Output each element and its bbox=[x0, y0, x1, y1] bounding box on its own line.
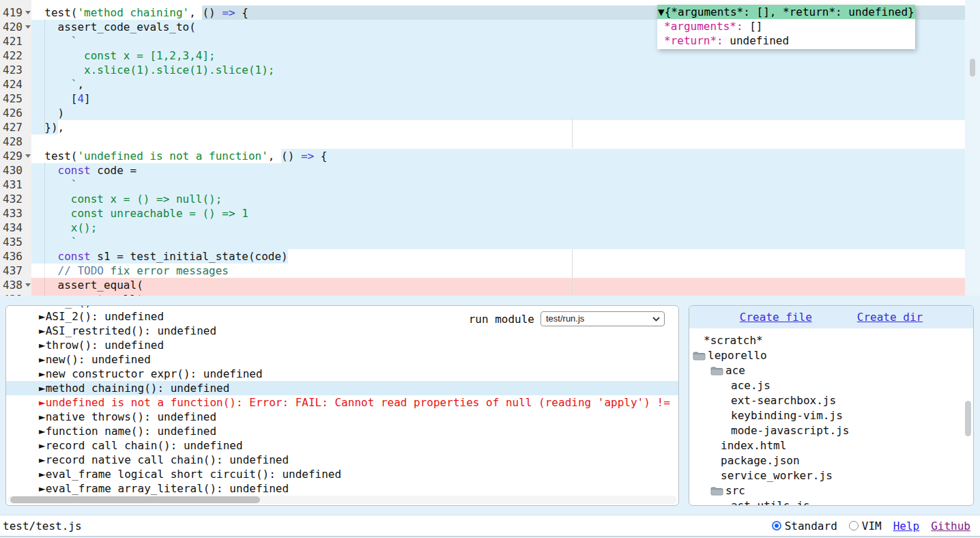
code-line-text[interactable]: assert_equal( bbox=[31, 278, 980, 292]
file-tree-file[interactable]: ast_utils.js bbox=[689, 498, 973, 506]
expand-arrow-icon[interactable]: ► bbox=[39, 410, 46, 423]
keybinding-standard-option[interactable]: Standard bbox=[772, 520, 837, 533]
create-file-link[interactable]: Create file bbox=[740, 311, 812, 324]
file-tree-folder[interactable]: leporello bbox=[689, 348, 973, 363]
file-tree-file[interactable]: index.html bbox=[689, 438, 973, 453]
tooltip-header[interactable]: ▼{*arguments*: [], *return*: undefined} bbox=[657, 5, 915, 19]
code-line[interactable]: 425 [4] bbox=[0, 91, 980, 106]
fold-arrow-icon[interactable] bbox=[25, 283, 31, 287]
code-segment: const code = bbox=[31, 163, 980, 178]
code-line[interactable]: 429 test('undefined is not a function', … bbox=[0, 149, 980, 163]
keybinding-vim-option[interactable]: VIM bbox=[849, 520, 882, 533]
tooltip-entry[interactable]: *arguments*: [] bbox=[657, 19, 915, 33]
code-line-text[interactable] bbox=[31, 134, 980, 149]
filetree-scrollbar-thumb[interactable] bbox=[965, 401, 971, 436]
code-line-text[interactable]: `, bbox=[31, 77, 980, 91]
calltree-row[interactable]: ►new(): undefined bbox=[6, 352, 678, 367]
code-line-text[interactable]: const calltree = ... bbox=[31, 292, 980, 296]
code-line-text[interactable]: const unreachable = () => 1 bbox=[31, 206, 980, 221]
code-line[interactable]: 432 const x = () => null(); bbox=[0, 192, 980, 206]
file-tree-file[interactable]: package.json bbox=[689, 453, 973, 468]
calltree-row[interactable]: ►native throws(): undefined bbox=[6, 410, 678, 424]
line-number: 421 bbox=[0, 34, 31, 48]
expand-arrow-icon[interactable]: ► bbox=[39, 305, 46, 309]
expand-arrow-icon[interactable]: ► bbox=[39, 367, 46, 380]
file-tree-file[interactable]: keybinding-vim.js bbox=[689, 408, 973, 423]
file-tree-file[interactable]: *scratch* bbox=[689, 333, 973, 348]
expand-arrow-icon[interactable]: ► bbox=[39, 396, 46, 409]
file-tree-file[interactable]: ext-searchbox.js bbox=[689, 393, 973, 408]
code-line-text[interactable]: const s1 = test_initial_state(code) bbox=[31, 249, 980, 264]
fold-arrow-icon[interactable] bbox=[25, 11, 31, 14]
code-line-text[interactable]: }), bbox=[31, 120, 980, 134]
code-line[interactable]: 435 ` bbox=[0, 235, 980, 249]
file-tree-folder[interactable]: ace bbox=[689, 363, 973, 378]
calltree-row[interactable]: ►eval_frame logical short circuit(): und… bbox=[6, 467, 678, 481]
calltree-row[interactable]: ►record native call chain(): undefined bbox=[6, 453, 678, 467]
code-line[interactable]: 424 `, bbox=[0, 77, 980, 91]
radio-unselected-icon[interactable] bbox=[849, 521, 859, 530]
code-line[interactable]: 428 bbox=[0, 134, 980, 149]
run-module-select[interactable]: test/run.js bbox=[541, 311, 665, 326]
file-tree-folder[interactable]: src bbox=[689, 483, 973, 498]
editor-scrollbar-track[interactable] bbox=[965, 0, 980, 296]
calltree-row[interactable]: ►record call chain(): undefined bbox=[6, 438, 678, 453]
code-line[interactable]: 438 assert_equal( bbox=[0, 278, 980, 292]
code-line-text[interactable]: ) bbox=[31, 106, 980, 120]
expand-arrow-icon[interactable]: ► bbox=[39, 425, 46, 438]
expand-arrow-icon[interactable]: ► bbox=[39, 310, 46, 323]
code-line-text[interactable]: // TODO fix error messages bbox=[31, 264, 980, 278]
code-line[interactable]: 422 const x = [1,2,3,4]; bbox=[0, 48, 980, 63]
expand-arrow-icon[interactable]: ► bbox=[39, 382, 46, 395]
code-line-text[interactable]: x.slice(1).slice(1).slice(1); bbox=[31, 63, 980, 77]
editor-scrollbar-thumb[interactable] bbox=[970, 59, 975, 76]
help-link[interactable]: Help bbox=[893, 520, 920, 533]
expand-arrow-icon[interactable]: ► bbox=[39, 453, 46, 466]
file-tree-file[interactable]: mode-javascript.js bbox=[689, 423, 973, 438]
calltree-row[interactable]: ►throw(): undefined bbox=[6, 338, 678, 352]
file-tree-file[interactable]: service_worker.js bbox=[689, 468, 973, 483]
tooltip-entry[interactable]: *return*: undefined bbox=[657, 33, 915, 48]
code-line-text[interactable]: const code = bbox=[31, 163, 980, 178]
code-line[interactable]: 434 x(); bbox=[0, 221, 980, 235]
calltree-row-failed-test[interactable]: ►undefined is not a function(): Error: F… bbox=[6, 395, 678, 410]
collapse-arrow-icon[interactable]: ▼ bbox=[658, 5, 665, 18]
file-name: index.html bbox=[721, 438, 786, 453]
calltree-row[interactable]: ►function name(): undefined bbox=[6, 424, 678, 438]
code-line-text[interactable]: const x = [1,2,3,4]; bbox=[31, 48, 980, 63]
expand-arrow-icon[interactable]: ► bbox=[39, 324, 46, 337]
code-line-text[interactable]: const x = () => null(); bbox=[31, 192, 980, 206]
code-line[interactable]: 426 ) bbox=[0, 106, 980, 120]
code-line[interactable]: 427 }), bbox=[0, 120, 980, 134]
fold-arrow-icon[interactable] bbox=[25, 154, 31, 158]
code-line[interactable]: 437 // TODO fix error messages bbox=[0, 264, 980, 278]
expand-arrow-icon[interactable]: ► bbox=[39, 482, 46, 495]
code-line-text[interactable]: test('undefined is not a function', () =… bbox=[31, 149, 980, 163]
code-line-text[interactable]: x(); bbox=[31, 221, 980, 235]
expand-arrow-icon[interactable]: ► bbox=[39, 439, 46, 452]
expand-arrow-icon[interactable]: ► bbox=[39, 353, 46, 366]
calltree-row[interactable]: ►eval_frame array_literal(): undefined bbox=[6, 481, 678, 496]
line-number: 424 bbox=[0, 77, 31, 91]
code-line-text[interactable]: ` bbox=[31, 178, 980, 192]
calltree-hscrollbar-track[interactable] bbox=[8, 496, 677, 504]
code-line[interactable]: 423 x.slice(1).slice(1).slice(1); bbox=[0, 63, 980, 77]
create-dir-link[interactable]: Create dir bbox=[857, 311, 923, 324]
github-link[interactable]: Github bbox=[931, 520, 970, 533]
code-line[interactable]: 436 const s1 = test_initial_state(code) bbox=[0, 249, 980, 264]
expand-arrow-icon[interactable]: ► bbox=[39, 468, 46, 481]
calltree-row[interactable]: ►method chaining(): undefined bbox=[6, 381, 678, 395]
code-line[interactable]: 433 const unreachable = () => 1 bbox=[0, 206, 980, 221]
expand-arrow-icon[interactable]: ► bbox=[39, 339, 46, 352]
tooltip-header-text: {*arguments*: [], *return*: undefined} bbox=[665, 5, 914, 18]
code-line[interactable]: 439 const calltree = ... bbox=[0, 292, 980, 296]
code-line-text[interactable]: ` bbox=[31, 235, 980, 249]
file-tree-file[interactable]: ace.js bbox=[689, 378, 973, 393]
code-line[interactable]: 431 ` bbox=[0, 178, 980, 192]
calltree-row[interactable]: ►new constructor expr(): undefined bbox=[6, 367, 678, 381]
calltree-hscrollbar-thumb[interactable] bbox=[10, 496, 260, 503]
code-line[interactable]: 430 const code = bbox=[0, 163, 980, 178]
fold-arrow-icon[interactable] bbox=[25, 25, 31, 29]
code-line-text[interactable]: [4] bbox=[31, 91, 980, 106]
radio-selected-icon[interactable] bbox=[772, 521, 781, 530]
